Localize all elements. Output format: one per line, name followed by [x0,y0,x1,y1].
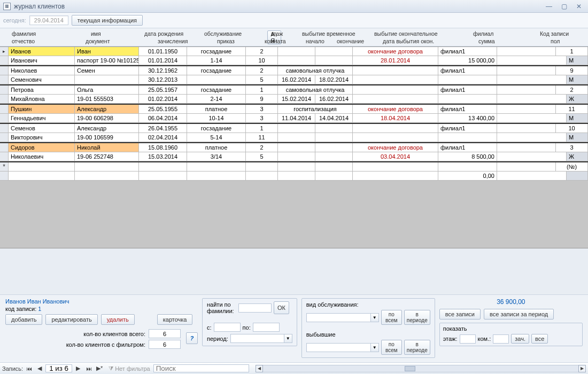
cell-document[interactable]: паспорт 19-00 №101252 [75,56,139,65]
cell-final[interactable]: окончание договора [353,47,438,56]
cell-order[interactable]: 3/14 [187,152,246,161]
cell-lastname[interactable]: Семенов [9,124,75,133]
cell-room[interactable]: 10 [246,56,278,65]
cell-patronymic[interactable]: Михайловна [9,95,75,104]
cell-dob[interactable]: 25.05.1955 [139,105,187,114]
cell-room[interactable]: 5 [246,152,278,161]
delete-button[interactable]: удалить [101,314,135,325]
row-selector[interactable] [0,85,9,95]
from-input[interactable] [214,323,241,332]
cell-id[interactable]: 11 [556,105,588,114]
all-records-button[interactable]: все записи [439,309,481,320]
cell-final-date[interactable] [353,95,438,104]
cell-abs-start[interactable] [278,152,315,161]
cell-sum[interactable]: 8 500,00 [438,152,497,161]
row-selector[interactable] [0,95,9,104]
cell-document[interactable] [75,172,139,181]
cell-branch[interactable]: филиал1 [438,124,497,133]
cell-id[interactable]: 3 [556,143,588,152]
cell-final[interactable]: окончание договора [353,143,438,152]
cell-absence-label[interactable]: госпитализация [278,105,353,114]
cell-order[interactable]: 1-14 [187,56,246,65]
nav-prev-icon[interactable]: ◀ [35,364,44,373]
cell-document[interactable]: 19-01 555503 [75,95,139,104]
cell-abs-start[interactable] [278,162,315,172]
cell-floor[interactable]: 2 [246,47,278,56]
cell-absence-label[interactable]: самовольная отлучка [278,66,353,75]
row-selector[interactable] [0,124,9,133]
cell-abs-start-empty[interactable] [278,47,315,56]
cell-branch[interactable]: филиал1 [438,66,497,75]
left-drop-icon[interactable]: ▼ [370,343,379,352]
nav-new-icon[interactable]: ▶* [95,364,104,373]
cell-abs-end[interactable] [315,162,353,172]
cell-patronymic[interactable]: Николаевич [9,152,75,161]
cell-floor[interactable]: 2 [246,143,278,152]
cell-sex[interactable]: Ж [567,152,588,161]
cell-enroll[interactable]: 30.12.2013 [139,75,187,84]
cell-enroll[interactable]: 02.04.2014 [139,133,187,142]
current-info-button[interactable]: текущая информация [72,15,143,26]
period-combo[interactable] [230,334,284,343]
cell-final[interactable]: окончание договора [353,105,438,114]
cell-abs-start-empty[interactable] [278,124,315,133]
cell-room[interactable]: 3 [246,114,278,123]
service-type-drop-icon[interactable]: ▼ [370,313,379,322]
cell-abs-end[interactable]: 14.04.2014 [315,114,353,123]
cell-abs-end-empty[interactable] [315,124,353,133]
cell-branch[interactable]: филиал1 [438,85,497,95]
cell-floor[interactable]: 1 [246,124,278,133]
hscroll-right-icon[interactable]: ▶ [578,365,586,372]
cell-firstname[interactable] [75,162,139,172]
cell-abs-start-empty[interactable] [278,143,315,152]
cell-patronymic[interactable]: Викторович [9,133,75,142]
cell-abs-end[interactable] [315,172,353,181]
cell-enroll[interactable]: 06.04.2014 [139,114,187,123]
cell-final[interactable] [353,85,438,95]
cell-id[interactable]: 9 [556,66,588,75]
maximize-button[interactable]: ▢ [558,2,570,11]
nav-last-icon[interactable]: ⏭ [84,364,94,373]
cell-room[interactable]: 11 [246,133,278,142]
cell-service[interactable]: госзадание [187,124,246,133]
cell-final-date[interactable] [353,75,438,84]
cell-sex[interactable]: М [567,75,588,84]
cell-floor[interactable] [246,162,278,172]
cell-firstname[interactable]: Семен [75,66,139,75]
cell-service[interactable]: платное [187,105,246,114]
table-row[interactable]: Викторович19-00 10659902.04.20145-1411М [0,133,588,142]
left-period-button[interactable]: в периоде [404,340,430,355]
table-row[interactable]: Семенович30.12.2013516.02.201418.02.2014… [0,75,588,84]
table-row[interactable]: Геннадьевич19-00 60629806.04.201410-1431… [0,114,588,123]
row-selector[interactable] [0,75,9,84]
cell-enroll[interactable]: 01.02.2014 [139,95,187,104]
cell-room[interactable] [246,172,278,181]
cell-floor[interactable]: 2 [246,66,278,75]
cell-id[interactable]: (№) [556,162,588,172]
cell-sum[interactable]: 13 400,00 [438,114,497,123]
row-selector[interactable] [0,105,9,114]
cell-abs-end-empty[interactable] [315,143,353,152]
cell-patronymic[interactable] [9,172,75,181]
cell-service[interactable]: госзадание [187,47,246,56]
cell-sex[interactable]: М [567,114,588,123]
cell-order[interactable]: 5-14 [187,133,246,142]
cell-abs-start[interactable] [278,56,315,65]
nav-first-icon[interactable]: ⏮ [24,364,34,373]
cell-sex[interactable]: М [567,56,588,65]
hscroll-left-icon[interactable]: ◀ [256,365,263,372]
hscrollbar[interactable]: ◀ ▶ [256,365,586,372]
cell-enroll[interactable]: 15.03.2014 [139,152,187,161]
cell-firstname[interactable]: Николай [75,143,139,152]
cell-final-date[interactable]: 18.04.2014 [353,114,438,123]
table-row[interactable]: НиколаевСемен30.12.1962госзадание2самово… [0,66,588,75]
cell-abs-end-empty[interactable] [315,47,353,56]
left-combo[interactable] [306,343,370,352]
cell-abs-start[interactable] [278,172,315,181]
cell-service[interactable]: госзадание [187,66,246,75]
close-button[interactable]: ✕ [573,2,585,11]
row-selector[interactable] [0,133,9,142]
minimize-button[interactable]: — [543,2,555,11]
cell-abs-end[interactable] [315,133,353,142]
cell-order[interactable]: 10-14 [187,114,246,123]
